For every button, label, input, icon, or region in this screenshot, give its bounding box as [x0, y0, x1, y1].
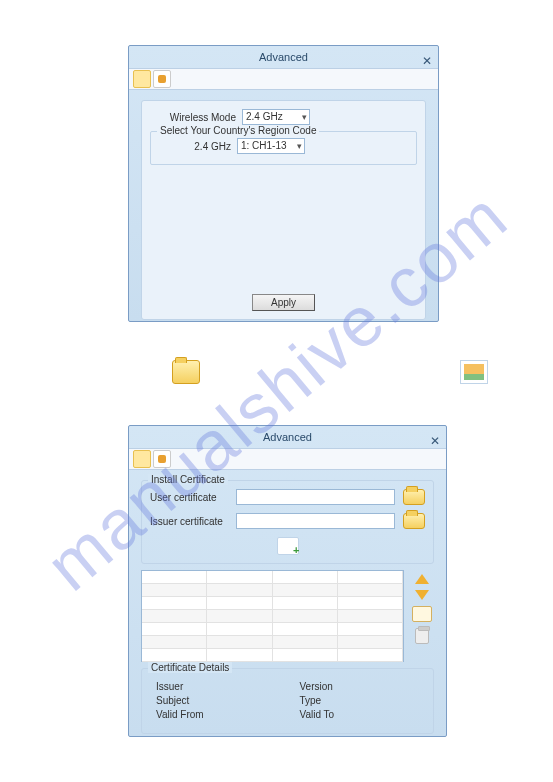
issuer-cert-label: Issuer certificate [150, 516, 236, 527]
titlebar-2: Advanced ✕ [129, 426, 446, 448]
install-legend: Install Certificate [148, 474, 228, 485]
export-cert-icon[interactable] [412, 606, 432, 622]
details-legend: Certificate Details [148, 662, 232, 673]
details-col-left: Issuer Subject Valid From [156, 681, 276, 723]
band-24-label: 2.4 GHz [157, 141, 237, 152]
subject-label: Subject [156, 695, 276, 706]
grid-side-buttons [410, 570, 434, 662]
close-icon[interactable]: ✕ [422, 50, 432, 72]
toolbar-1 [129, 68, 438, 90]
user-cert-row: User certificate [150, 489, 425, 505]
wireless-mode-row: Wireless Mode 2.4 GHz [150, 109, 417, 125]
valid-to-label: Valid To [300, 709, 420, 720]
cert-table-wrap [141, 570, 434, 662]
region-24-row: 2.4 GHz 1: CH1-13 [157, 138, 410, 154]
close-icon[interactable]: ✕ [430, 430, 440, 452]
image-add-icon [460, 360, 488, 384]
type-label: Type [300, 695, 420, 706]
valid-from-label: Valid From [156, 709, 276, 720]
settings-icon[interactable] [133, 70, 151, 88]
move-down-icon[interactable] [415, 590, 429, 600]
details-grid: Issuer Subject Valid From Version Type V… [150, 677, 425, 727]
issuer-cert-input[interactable] [236, 513, 395, 529]
folder-icon [172, 360, 200, 384]
add-cert-icon[interactable] [277, 537, 299, 555]
version-label: Version [300, 681, 420, 692]
panel-body-2: Install Certificate User certificate Iss… [141, 480, 434, 734]
panel-body-1: Wireless Mode 2.4 GHz Select Your Countr… [141, 100, 426, 320]
issuer-cert-row: Issuer certificate [150, 513, 425, 529]
wireless-mode-label: Wireless Mode [150, 112, 242, 123]
user-cert-label: User certificate [150, 492, 236, 503]
window-title: Advanced [263, 431, 312, 443]
apply-button[interactable]: Apply [252, 294, 315, 311]
certificate-icon[interactable] [153, 70, 171, 88]
delete-icon[interactable] [415, 628, 429, 644]
region-fieldset: Select Your Country's Region Code 2.4 GH… [150, 131, 417, 165]
band-24-select[interactable]: 1: CH1-13 [237, 138, 305, 154]
advanced-window-1: Advanced ✕ Wireless Mode 2.4 GHz Select … [128, 45, 439, 322]
browse-issuer-cert-button[interactable] [403, 513, 425, 529]
move-up-icon[interactable] [415, 574, 429, 584]
issuer-label: Issuer [156, 681, 276, 692]
user-cert-input[interactable] [236, 489, 395, 505]
settings-icon[interactable] [133, 450, 151, 468]
apply-row: Apply [142, 294, 425, 311]
add-cert-row [150, 537, 425, 557]
toolbar-2 [129, 448, 446, 470]
advanced-window-2: Advanced ✕ Install Certificate User cert… [128, 425, 447, 737]
region-legend: Select Your Country's Region Code [157, 125, 319, 136]
cert-list-grid[interactable] [141, 570, 404, 662]
window-title: Advanced [259, 51, 308, 63]
browse-user-cert-button[interactable] [403, 489, 425, 505]
wireless-mode-select[interactable]: 2.4 GHz [242, 109, 310, 125]
cert-details-fieldset: Certificate Details Issuer Subject Valid… [141, 668, 434, 734]
certificate-icon[interactable] [153, 450, 171, 468]
install-cert-fieldset: Install Certificate User certificate Iss… [141, 480, 434, 564]
details-col-right: Version Type Valid To [300, 681, 420, 723]
titlebar-1: Advanced ✕ [129, 46, 438, 68]
